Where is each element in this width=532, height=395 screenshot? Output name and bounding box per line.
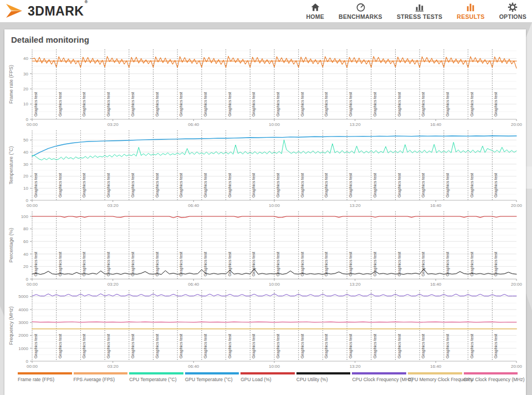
svg-text:2000: 2000 [18,333,28,338]
svg-text:Graphics test: Graphics test [445,333,450,358]
nav-item-options[interactable]: OPTIONS [499,2,526,20]
svg-text:03:20: 03:20 [108,282,119,287]
gauge-icon [356,2,366,12]
svg-text:Graphics test: Graphics test [324,251,329,276]
legend-label: CPU Utility (%) [296,377,351,382]
svg-text:100: 100 [21,214,29,219]
svg-text:Graphics test: Graphics test [275,251,280,276]
svg-text:5000: 5000 [18,294,28,299]
svg-text:00:00: 00:00 [27,364,38,369]
legend-item: Frame rate (FPS) [18,372,72,382]
nav-label: STRESS TESTS [397,13,442,20]
svg-text:Graphics test: Graphics test [372,92,377,117]
svg-text:Graphics test: Graphics test [155,251,160,276]
svg-text:10:00: 10:00 [269,122,280,127]
legend-label: FPS Average (FPS) [74,377,128,382]
svg-text:Graphics test: Graphics test [58,173,63,198]
svg-text:Graphics test: Graphics test [203,333,208,358]
svg-text:Graphics test: Graphics test [227,173,232,198]
results-card: Detailed monitoring 010203040Graphics te… [4,29,526,395]
legend-item: GPU Temperature (°C) [185,372,239,382]
svg-text:Graphics test: Graphics test [227,333,232,358]
bar-chart-icon [415,2,424,12]
svg-text:03:20: 03:20 [108,203,119,208]
svg-text:20:00: 20:00 [511,282,523,287]
nav-item-home[interactable]: HOME [306,2,324,20]
svg-text:Graphics test: Graphics test [178,251,183,276]
svg-text:Graphics test: Graphics test [445,251,450,276]
svg-text:Graphics test: Graphics test [251,173,256,198]
nav-item-stress-tests[interactable]: STRESS TESTS [397,2,442,20]
nav-label: OPTIONS [499,13,526,20]
svg-text:Graphics test: Graphics test [445,92,450,117]
nav-item-results[interactable]: RESULTS [457,2,484,20]
svg-text:Graphics test: Graphics test [33,251,38,276]
svg-text:40: 40 [23,150,28,155]
logo-text: 3DMARK® [28,4,88,19]
svg-text:Graphics test: Graphics test [130,333,135,358]
svg-text:10:00: 10:00 [269,282,280,287]
svg-text:20:00: 20:00 [511,122,523,127]
results-chart-icon [466,2,475,12]
svg-text:Graphics test: Graphics test [397,173,402,198]
legend-item: CPU Utility (%) [296,372,351,382]
svg-text:Graphics test: Graphics test [203,92,208,117]
svg-text:Graphics test: Graphics test [397,92,402,117]
svg-text:20:00: 20:00 [511,203,523,208]
svg-text:Graphics test: Graphics test [130,251,135,276]
svg-text:Graphics test: Graphics test [300,333,305,358]
svg-text:Frequency (MHz): Frequency (MHz) [8,306,14,345]
legend-swatch [74,372,128,374]
frame-rate-chart: 010203040Graphics testGraphics testGraph… [7,46,526,127]
svg-text:Graphics test: Graphics test [493,173,498,198]
svg-text:06:40: 06:40 [188,122,200,127]
svg-text:Graphics test: Graphics test [300,92,305,117]
svg-text:Graphics test: Graphics test [203,251,208,276]
svg-text:Graphics test: Graphics test [33,92,38,117]
legend-item: FPS Average (FPS) [74,372,128,382]
svg-text:Graphics test: Graphics test [155,92,160,117]
top-bar: 3DMARK® HOME BENCHMARKS [0,0,532,22]
svg-text:Graphics test: Graphics test [33,333,38,358]
svg-text:Graphics test: Graphics test [81,92,86,117]
nav-item-benchmarks[interactable]: BENCHMARKS [339,2,382,20]
svg-text:Graphics test: Graphics test [178,92,183,117]
svg-text:Graphics test: Graphics test [251,92,256,117]
svg-text:Graphics test: Graphics test [421,251,426,276]
svg-text:Graphics test: Graphics test [81,173,86,198]
svg-text:20: 20 [23,264,28,269]
svg-text:Graphics test: Graphics test [81,251,86,276]
svg-text:00:00: 00:00 [27,122,38,127]
svg-text:0: 0 [26,277,29,282]
svg-text:0: 0 [26,198,29,203]
svg-text:Graphics test: Graphics test [58,251,63,276]
frequency-chart: 010002000300040005000Graphics testGraphi… [7,287,526,369]
svg-text:00:00: 00:00 [27,203,38,208]
nav-label: RESULTS [457,13,484,20]
legend-item: GPU Load (%) [241,372,295,382]
svg-text:13:20: 13:20 [350,282,361,287]
svg-text:Graphics test: Graphics test [324,333,329,358]
svg-text:30: 30 [23,162,28,167]
home-icon [310,2,320,12]
svg-text:13:20: 13:20 [350,122,361,127]
legend-swatch [408,372,462,374]
svg-text:Graphics test: Graphics test [493,92,498,117]
svg-text:Graphics test: Graphics test [251,333,256,358]
svg-text:Graphics test: Graphics test [493,333,498,358]
svg-text:Graphics test: Graphics test [275,333,280,358]
svg-text:Graphics test: Graphics test [421,333,426,358]
registered-mark: ® [84,0,88,4]
svg-text:Percentage (%): Percentage (%) [8,228,14,263]
temperature-chart: 01020304050Graphics testGraphics testGra… [7,127,526,208]
svg-text:30: 30 [23,72,28,77]
legend-label: Frame rate (FPS) [18,377,72,382]
svg-text:Graphics test: Graphics test [178,173,183,198]
3dmark-logo[interactable]: 3DMARK® [6,4,88,19]
svg-text:40: 40 [23,252,28,257]
svg-text:Graphics test: Graphics test [348,251,353,276]
svg-text:10:00: 10:00 [269,203,280,208]
legend-item: CPU Temperature (°C) [129,372,183,382]
svg-text:16:40: 16:40 [430,203,442,208]
main-nav: HOME BENCHMARKS STRESS TESTS [306,2,526,20]
